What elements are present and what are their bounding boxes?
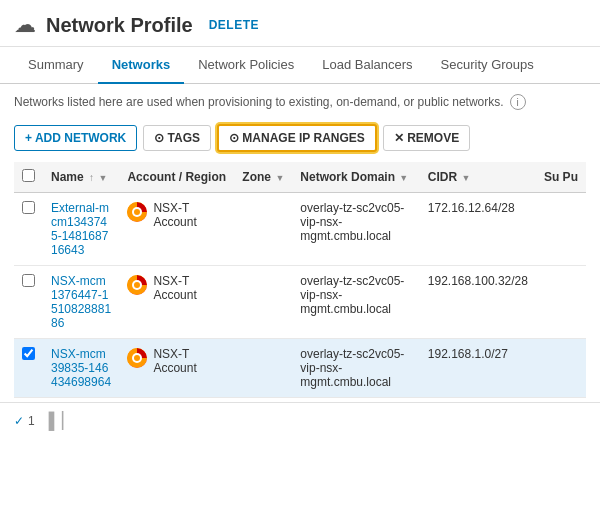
svg-point-8 bbox=[134, 355, 140, 361]
count-value: 1 bbox=[28, 414, 35, 428]
row1-network-domain-cell: overlay-tz-sc2vc05-vip-nsx-mgmt.cmbu.loc… bbox=[292, 193, 420, 266]
app-container: ☁ Network Profile DELETE Summary Network… bbox=[0, 0, 600, 438]
name-sort-icon[interactable]: ↑ bbox=[89, 172, 94, 183]
row1-account-text: NSX-T Account bbox=[153, 201, 226, 229]
row1-checkbox[interactable] bbox=[22, 201, 35, 214]
col-zone-label: Zone bbox=[242, 170, 271, 184]
name-filter-icon[interactable]: ▼ bbox=[98, 173, 107, 183]
add-network-button[interactable]: + ADD NETWORK bbox=[14, 125, 137, 151]
row1-name[interactable]: External-mcm1343745-148168716643 bbox=[51, 201, 109, 257]
row2-name[interactable]: NSX-mcm1376447-151082888186 bbox=[51, 274, 111, 330]
col-account-region: Account / Region bbox=[119, 162, 234, 193]
row2-account-cell: NSX-T Account bbox=[119, 266, 234, 339]
cidr-filter-icon[interactable]: ▼ bbox=[462, 173, 471, 183]
row3-zone-cell bbox=[234, 339, 292, 398]
tags-button[interactable]: ⊙ TAGS bbox=[143, 125, 211, 151]
row2-su-pu-cell bbox=[536, 266, 586, 339]
header: ☁ Network Profile DELETE bbox=[0, 0, 600, 47]
tab-summary[interactable]: Summary bbox=[14, 47, 98, 84]
row3-name[interactable]: NSX-mcm39835-146434698964 bbox=[51, 347, 111, 389]
row2-network-domain-cell: overlay-tz-sc2vc05-vip-nsx-mgmt.cmbu.loc… bbox=[292, 266, 420, 339]
row1-account-cell: NSX-T Account bbox=[119, 193, 234, 266]
col-name: Name ↑ ▼ bbox=[43, 162, 119, 193]
tab-network-policies[interactable]: Network Policies bbox=[184, 47, 308, 84]
pagination-prev[interactable]: ▐ bbox=[43, 412, 54, 430]
col-name-label: Name bbox=[51, 170, 84, 184]
row1-su-pu-cell bbox=[536, 193, 586, 266]
cloud-icon: ☁ bbox=[14, 12, 36, 38]
tab-load-balancers[interactable]: Load Balancers bbox=[308, 47, 426, 84]
row2-account-text: NSX-T Account bbox=[153, 274, 226, 302]
row2-cidr: 192.168.100.32/28 bbox=[428, 274, 528, 288]
col-su-pu-label: Su Pu bbox=[544, 170, 578, 184]
row3-account-container: NSX-T Account bbox=[127, 347, 226, 375]
row2-nsx-icon bbox=[127, 275, 147, 295]
table-row: NSX-mcm39835-146434698964 bbox=[14, 339, 586, 398]
row1-zone-cell bbox=[234, 193, 292, 266]
networks-table-container: Name ↑ ▼ Account / Region Zone ▼ Network… bbox=[0, 162, 600, 398]
row1-name-cell: External-mcm1343745-148168716643 bbox=[43, 193, 119, 266]
zone-filter-icon[interactable]: ▼ bbox=[275, 173, 284, 183]
table-header-row: Name ↑ ▼ Account / Region Zone ▼ Network… bbox=[14, 162, 586, 193]
row1-checkbox-cell bbox=[14, 193, 43, 266]
table-row: External-mcm1343745-148168716643 bbox=[14, 193, 586, 266]
col-cidr-label: CIDR bbox=[428, 170, 457, 184]
tab-security-groups[interactable]: Security Groups bbox=[427, 47, 548, 84]
row3-account-text: NSX-T Account bbox=[153, 347, 226, 375]
row1-account-container: NSX-T Account bbox=[127, 201, 226, 229]
row3-su-pu-cell bbox=[536, 339, 586, 398]
manage-ip-ranges-button[interactable]: ⊙ MANAGE IP RANGES bbox=[217, 124, 377, 152]
info-bar: Networks listed here are used when provi… bbox=[0, 84, 600, 118]
toolbar: + ADD NETWORK ⊙ TAGS ⊙ MANAGE IP RANGES … bbox=[0, 118, 600, 162]
header-checkbox-col bbox=[14, 162, 43, 193]
col-account-region-label: Account / Region bbox=[127, 170, 226, 184]
col-cidr: CIDR ▼ bbox=[420, 162, 536, 193]
row2-name-cell: NSX-mcm1376447-151082888186 bbox=[43, 266, 119, 339]
networks-table: Name ↑ ▼ Account / Region Zone ▼ Network… bbox=[14, 162, 586, 398]
row1-cidr-cell: 172.16.12.64/28 bbox=[420, 193, 536, 266]
table-row: NSX-mcm1376447-151082888186 bbox=[14, 266, 586, 339]
col-network-domain-label: Network Domain bbox=[300, 170, 395, 184]
row2-account-container: NSX-T Account bbox=[127, 274, 226, 302]
footer: ✓ 1 ▐ ▏ bbox=[0, 402, 600, 438]
row1-nsx-icon bbox=[127, 202, 147, 222]
row3-network-domain-cell: overlay-tz-sc2vc05-vip-nsx-mgmt.cmbu.loc… bbox=[292, 339, 420, 398]
col-network-domain: Network Domain ▼ bbox=[292, 162, 420, 193]
delete-button[interactable]: DELETE bbox=[209, 18, 259, 32]
row2-checkbox-cell bbox=[14, 266, 43, 339]
row3-checkbox[interactable] bbox=[22, 347, 35, 360]
svg-point-5 bbox=[134, 282, 140, 288]
row3-cidr: 192.168.1.0/27 bbox=[428, 347, 508, 361]
row3-nsx-icon bbox=[127, 348, 147, 368]
col-su-pu: Su Pu bbox=[536, 162, 586, 193]
col-zone: Zone ▼ bbox=[234, 162, 292, 193]
info-icon[interactable]: i bbox=[510, 94, 526, 110]
tab-bar: Summary Networks Network Policies Load B… bbox=[0, 47, 600, 84]
selected-count: ✓ 1 bbox=[14, 414, 35, 428]
remove-button[interactable]: ✕ REMOVE bbox=[383, 125, 470, 151]
tab-networks[interactable]: Networks bbox=[98, 47, 185, 84]
row2-cidr-cell: 192.168.100.32/28 bbox=[420, 266, 536, 339]
select-all-checkbox[interactable] bbox=[22, 169, 35, 182]
row1-cidr: 172.16.12.64/28 bbox=[428, 201, 515, 215]
svg-point-2 bbox=[134, 209, 140, 215]
row3-checkbox-cell bbox=[14, 339, 43, 398]
row3-name-cell: NSX-mcm39835-146434698964 bbox=[43, 339, 119, 398]
page-title: Network Profile bbox=[46, 14, 193, 37]
row2-zone-cell bbox=[234, 266, 292, 339]
row3-network-domain: overlay-tz-sc2vc05-vip-nsx-mgmt.cmbu.loc… bbox=[300, 347, 404, 389]
info-text: Networks listed here are used when provi… bbox=[14, 95, 504, 109]
pagination-next[interactable]: ▏ bbox=[62, 411, 74, 430]
row3-account-cell: NSX-T Account bbox=[119, 339, 234, 398]
row3-cidr-cell: 192.168.1.0/27 bbox=[420, 339, 536, 398]
network-domain-filter-icon[interactable]: ▼ bbox=[399, 173, 408, 183]
checkmark-icon: ✓ bbox=[14, 414, 24, 428]
row1-network-domain: overlay-tz-sc2vc05-vip-nsx-mgmt.cmbu.loc… bbox=[300, 201, 404, 243]
row2-checkbox[interactable] bbox=[22, 274, 35, 287]
row2-network-domain: overlay-tz-sc2vc05-vip-nsx-mgmt.cmbu.loc… bbox=[300, 274, 404, 316]
